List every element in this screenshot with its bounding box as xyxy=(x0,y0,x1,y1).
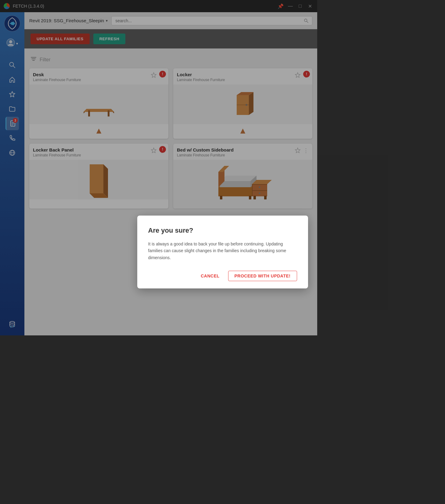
confirmation-dialog: Are you sure? It is always a good idea t… xyxy=(137,216,308,288)
dialog-title: Are you sure? xyxy=(148,227,297,234)
dialog-body: It is always a good idea to back your fi… xyxy=(148,241,297,261)
proceed-with-update-button[interactable]: PROCEED WITH UPDATE! xyxy=(228,271,297,281)
cancel-button[interactable]: CANCEL xyxy=(197,271,223,281)
dialog-actions: CANCEL PROCEED WITH UPDATE! xyxy=(148,271,297,281)
modal-overlay[interactable]: Are you sure? It is always a good idea t… xyxy=(0,0,317,335)
